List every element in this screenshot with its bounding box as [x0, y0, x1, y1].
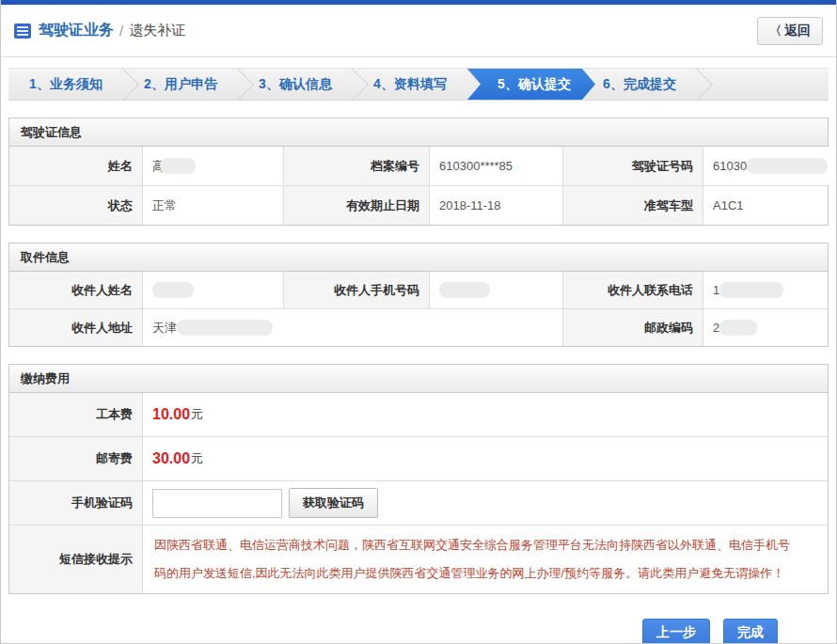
step-3-confirm-info[interactable]: 3、确认信息	[238, 69, 353, 100]
redacted-value	[160, 158, 196, 174]
table-row: 邮寄费 30.00 元	[9, 436, 828, 480]
back-button[interactable]: 〈 返回	[757, 17, 823, 45]
redacted-value	[719, 282, 783, 298]
section-fees: 缴纳费用 工本费 10.00 元 邮寄费 30.00 元 手机验证码 获取验证码…	[8, 364, 829, 594]
breadcrumb-separator: /	[119, 23, 123, 39]
header: 驾驶证业务 / 遗失补证 〈 返回	[1, 5, 836, 57]
section-title-pickup: 取件信息	[9, 243, 828, 272]
value-recipient-mobile	[430, 272, 563, 308]
redacted-value	[719, 320, 757, 336]
label-status: 状态	[9, 186, 143, 225]
value-status: 正常	[143, 186, 284, 225]
label-sms-notice: 短信接收提示	[9, 526, 143, 593]
finish-button[interactable]: 完成	[723, 619, 778, 644]
value-vehicle-class: A1C1	[703, 186, 828, 225]
label-recipient-address: 收件人地址	[9, 309, 143, 346]
section-title-fees: 缴纳费用	[9, 365, 828, 393]
production-fee-unit: 元	[191, 406, 203, 423]
step-wizard: 1、业务须知 2、用户申告 3、确认信息 4、资料填写 5、确认提交 6、完成提…	[8, 68, 829, 101]
table-row: 手机验证码 获取验证码	[9, 480, 828, 525]
label-sms-code: 手机验证码	[9, 481, 143, 525]
redacted-value	[747, 158, 828, 174]
table-row: 收件人地址 天津 邮政编码 2	[9, 308, 828, 346]
value-file-no: 610300****85	[430, 147, 563, 185]
chevron-left-icon: 〈	[769, 23, 782, 39]
label-recipient-phone: 收件人联系电话	[563, 272, 703, 308]
redacted-value	[177, 320, 273, 336]
value-license-no: 61030	[703, 147, 837, 185]
sms-notice-text: 因陕西省联通、电信运营商技术问题，陕西省互联网交通安全综合服务管理平台无法向持陕…	[152, 526, 818, 593]
sms-code-input[interactable]	[152, 489, 282, 518]
step-1-notice[interactable]: 1、业务须知	[8, 69, 123, 100]
page-panel: 驾驶证业务 / 遗失补证 〈 返回 1、业务须知 2、用户申告 3、确认信息 4…	[0, 0, 837, 644]
table-row: 姓名 高 档案编号 610300****85 驾驶证号码 61030	[9, 147, 828, 185]
footer-actions: 上一步 完成	[1, 619, 836, 644]
label-license-no: 驾驶证号码	[563, 147, 703, 185]
value-postal-code: 2	[703, 309, 828, 346]
label-vehicle-class: 准驾车型	[563, 186, 703, 225]
back-button-label: 返回	[784, 23, 811, 39]
label-expiry: 有效期止日期	[284, 186, 430, 225]
value-postage-fee: 30.00 元	[143, 437, 828, 480]
step-6-complete[interactable]: 6、完成提交	[582, 69, 697, 100]
value-recipient-phone: 1	[703, 272, 828, 308]
step-2-declaration[interactable]: 2、用户申告	[123, 69, 238, 100]
value-sms-notice: 因陕西省联通、电信运营商技术问题，陕西省互联网交通安全综合服务管理平台无法向持陕…	[143, 526, 828, 593]
label-postal-code: 邮政编码	[563, 309, 703, 346]
redacted-value	[439, 282, 490, 298]
table-row: 状态 正常 有效期止日期 2018-11-18 准驾车型 A1C1	[9, 185, 828, 225]
label-name: 姓名	[9, 147, 143, 185]
label-production-fee: 工本费	[9, 393, 143, 436]
value-sms-code: 获取验证码	[143, 481, 828, 525]
value-name: 高	[143, 147, 284, 185]
table-row: 收件人姓名 收件人手机号码 收件人联系电话 1	[9, 272, 828, 308]
list-icon	[14, 24, 31, 39]
value-recipient-address: 天津	[143, 309, 563, 346]
label-postage-fee: 邮寄费	[9, 437, 143, 480]
table-row: 短信接收提示 因陕西省联通、电信运营商技术问题，陕西省互联网交通安全综合服务管理…	[9, 525, 828, 593]
section-title-license: 驾驶证信息	[9, 118, 828, 147]
previous-step-button[interactable]: 上一步	[642, 619, 710, 644]
step-5-confirm-submit-active[interactable]: 5、确认提交	[467, 69, 595, 100]
label-recipient-mobile: 收件人手机号码	[284, 272, 430, 308]
postage-fee-amount: 30.00	[152, 450, 190, 467]
label-recipient-name: 收件人姓名	[9, 272, 143, 308]
label-file-no: 档案编号	[284, 147, 430, 185]
postage-fee-unit: 元	[191, 450, 203, 467]
table-row: 工本费 10.00 元	[9, 393, 828, 436]
page-title: 驾驶证业务	[39, 21, 114, 40]
value-recipient-name	[143, 272, 284, 308]
page-subtitle: 遗失补证	[129, 22, 185, 39]
section-license-info: 驾驶证信息 姓名 高 档案编号 610300****85 驾驶证号码 61030…	[8, 118, 829, 226]
step-bar-filler	[697, 69, 829, 100]
value-expiry: 2018-11-18	[430, 186, 563, 225]
production-fee-amount: 10.00	[152, 406, 190, 423]
get-sms-code-button[interactable]: 获取验证码	[289, 488, 378, 518]
step-4-fill-data[interactable]: 4、资料填写	[353, 69, 467, 100]
section-pickup-info: 取件信息 收件人姓名 收件人手机号码 收件人联系电话 1 收件人地址 天津	[8, 243, 829, 347]
value-production-fee: 10.00 元	[143, 393, 828, 436]
redacted-value	[152, 282, 194, 298]
